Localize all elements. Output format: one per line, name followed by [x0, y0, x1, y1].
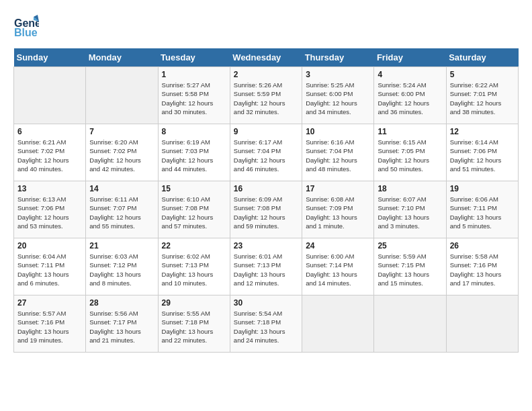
calendar-cell: 13Sunrise: 6:13 AM Sunset: 7:06 PM Dayli…	[14, 181, 86, 238]
logo: General Blue	[13, 13, 43, 42]
day-info: Sunrise: 6:01 AM Sunset: 7:13 PM Dayligh…	[234, 252, 298, 287]
calendar-cell: 23Sunrise: 6:01 AM Sunset: 7:13 PM Dayli…	[230, 238, 302, 295]
week-row-1: 1Sunrise: 5:27 AM Sunset: 5:58 PM Daylig…	[14, 67, 519, 124]
day-info: Sunrise: 6:07 AM Sunset: 7:10 PM Dayligh…	[378, 195, 442, 230]
day-number: 24	[306, 241, 370, 250]
day-info: Sunrise: 5:25 AM Sunset: 6:00 PM Dayligh…	[306, 81, 370, 116]
calendar-cell	[86, 67, 158, 124]
week-row-3: 13Sunrise: 6:13 AM Sunset: 7:06 PM Dayli…	[14, 181, 519, 238]
calendar-cell: 15Sunrise: 6:10 AM Sunset: 7:08 PM Dayli…	[158, 181, 230, 238]
day-info: Sunrise: 6:04 AM Sunset: 7:11 PM Dayligh…	[17, 252, 82, 287]
calendar-cell: 26Sunrise: 5:58 AM Sunset: 7:16 PM Dayli…	[446, 238, 518, 295]
day-info: Sunrise: 6:11 AM Sunset: 7:07 PM Dayligh…	[89, 195, 154, 230]
day-info: Sunrise: 5:27 AM Sunset: 5:58 PM Dayligh…	[162, 81, 226, 116]
page-header: General Blue	[13, 13, 519, 42]
calendar-cell	[374, 295, 446, 353]
day-number: 22	[162, 241, 226, 250]
day-info: Sunrise: 6:14 AM Sunset: 7:06 PM Dayligh…	[450, 138, 515, 173]
week-row-5: 27Sunrise: 5:57 AM Sunset: 7:16 PM Dayli…	[14, 295, 519, 353]
svg-text:Blue: Blue	[14, 27, 38, 38]
weekday-thursday: Thursday	[302, 48, 374, 67]
week-row-2: 6Sunrise: 6:21 AM Sunset: 7:02 PM Daylig…	[14, 124, 519, 181]
calendar-cell: 1Sunrise: 5:27 AM Sunset: 5:58 PM Daylig…	[158, 67, 230, 124]
calendar-body: 1Sunrise: 5:27 AM Sunset: 5:58 PM Daylig…	[14, 67, 519, 353]
day-number: 25	[378, 241, 442, 250]
calendar-cell: 14Sunrise: 6:11 AM Sunset: 7:07 PM Dayli…	[86, 181, 158, 238]
calendar-cell: 11Sunrise: 6:15 AM Sunset: 7:05 PM Dayli…	[374, 124, 446, 181]
calendar-cell: 8Sunrise: 6:19 AM Sunset: 7:03 PM Daylig…	[158, 124, 230, 181]
day-info: Sunrise: 5:56 AM Sunset: 7:17 PM Dayligh…	[89, 309, 154, 345]
day-number: 19	[450, 184, 515, 193]
day-number: 23	[234, 241, 298, 250]
day-info: Sunrise: 6:08 AM Sunset: 7:09 PM Dayligh…	[306, 195, 370, 230]
day-number: 2	[234, 70, 298, 79]
weekday-header-row: SundayMondayTuesdayWednesdayThursdayFrid…	[14, 48, 519, 67]
day-info: Sunrise: 6:06 AM Sunset: 7:11 PM Dayligh…	[450, 195, 515, 230]
day-number: 12	[450, 127, 515, 136]
day-number: 21	[89, 241, 154, 250]
day-number: 6	[17, 127, 82, 136]
calendar-cell: 2Sunrise: 5:26 AM Sunset: 5:59 PM Daylig…	[230, 67, 302, 124]
calendar-cell: 24Sunrise: 6:00 AM Sunset: 7:14 PM Dayli…	[302, 238, 374, 295]
day-number: 7	[89, 127, 154, 136]
day-info: Sunrise: 6:10 AM Sunset: 7:08 PM Dayligh…	[162, 195, 226, 230]
day-number: 28	[89, 298, 154, 308]
calendar-cell	[302, 295, 374, 353]
calendar-cell: 29Sunrise: 5:55 AM Sunset: 7:18 PM Dayli…	[158, 295, 230, 353]
day-number: 3	[306, 70, 370, 79]
day-info: Sunrise: 5:59 AM Sunset: 7:15 PM Dayligh…	[378, 252, 442, 287]
day-info: Sunrise: 5:26 AM Sunset: 5:59 PM Dayligh…	[234, 81, 298, 116]
day-info: Sunrise: 6:13 AM Sunset: 7:06 PM Dayligh…	[17, 195, 82, 230]
day-info: Sunrise: 6:21 AM Sunset: 7:02 PM Dayligh…	[17, 138, 82, 173]
calendar-cell: 5Sunrise: 6:22 AM Sunset: 7:01 PM Daylig…	[446, 67, 518, 124]
weekday-friday: Friday	[374, 48, 446, 67]
calendar-cell: 28Sunrise: 5:56 AM Sunset: 7:17 PM Dayli…	[86, 295, 158, 353]
calendar-cell: 21Sunrise: 6:03 AM Sunset: 7:12 PM Dayli…	[86, 238, 158, 295]
calendar-cell: 22Sunrise: 6:02 AM Sunset: 7:13 PM Dayli…	[158, 238, 230, 295]
day-info: Sunrise: 6:00 AM Sunset: 7:14 PM Dayligh…	[306, 252, 370, 287]
calendar-cell: 9Sunrise: 6:17 AM Sunset: 7:04 PM Daylig…	[230, 124, 302, 181]
day-info: Sunrise: 6:19 AM Sunset: 7:03 PM Dayligh…	[162, 138, 226, 173]
day-info: Sunrise: 6:15 AM Sunset: 7:05 PM Dayligh…	[378, 138, 442, 173]
calendar-cell: 10Sunrise: 6:16 AM Sunset: 7:04 PM Dayli…	[302, 124, 374, 181]
calendar-header: SundayMondayTuesdayWednesdayThursdayFrid…	[14, 48, 519, 67]
day-info: Sunrise: 5:24 AM Sunset: 6:00 PM Dayligh…	[378, 81, 442, 116]
calendar-cell: 7Sunrise: 6:20 AM Sunset: 7:02 PM Daylig…	[86, 124, 158, 181]
day-number: 5	[450, 70, 515, 79]
calendar-cell: 16Sunrise: 6:09 AM Sunset: 7:08 PM Dayli…	[230, 181, 302, 238]
logo-icon: General Blue	[13, 13, 39, 42]
week-row-4: 20Sunrise: 6:04 AM Sunset: 7:11 PM Dayli…	[14, 238, 519, 295]
calendar-cell: 3Sunrise: 5:25 AM Sunset: 6:00 PM Daylig…	[302, 67, 374, 124]
day-info: Sunrise: 6:16 AM Sunset: 7:04 PM Dayligh…	[306, 138, 370, 173]
day-info: Sunrise: 6:17 AM Sunset: 7:04 PM Dayligh…	[234, 138, 298, 173]
calendar-cell: 17Sunrise: 6:08 AM Sunset: 7:09 PM Dayli…	[302, 181, 374, 238]
calendar-cell	[446, 295, 518, 353]
day-number: 26	[450, 241, 515, 250]
day-number: 29	[162, 298, 226, 308]
day-number: 20	[17, 241, 82, 250]
day-number: 18	[378, 184, 442, 193]
day-number: 8	[162, 127, 226, 136]
day-info: Sunrise: 6:20 AM Sunset: 7:02 PM Dayligh…	[89, 138, 154, 173]
day-number: 9	[234, 127, 298, 136]
calendar-cell: 20Sunrise: 6:04 AM Sunset: 7:11 PM Dayli…	[14, 238, 86, 295]
day-info: Sunrise: 6:22 AM Sunset: 7:01 PM Dayligh…	[450, 81, 515, 116]
day-info: Sunrise: 5:54 AM Sunset: 7:18 PM Dayligh…	[234, 309, 298, 345]
day-number: 15	[162, 184, 226, 193]
day-info: Sunrise: 5:55 AM Sunset: 7:18 PM Dayligh…	[162, 309, 226, 345]
day-info: Sunrise: 6:02 AM Sunset: 7:13 PM Dayligh…	[162, 252, 226, 287]
weekday-monday: Monday	[86, 48, 158, 67]
weekday-tuesday: Tuesday	[158, 48, 230, 67]
calendar-table: SundayMondayTuesdayWednesdayThursdayFrid…	[13, 48, 519, 353]
day-info: Sunrise: 5:58 AM Sunset: 7:16 PM Dayligh…	[450, 252, 515, 287]
day-info: Sunrise: 6:09 AM Sunset: 7:08 PM Dayligh…	[234, 195, 298, 230]
day-number: 1	[162, 70, 226, 79]
weekday-sunday: Sunday	[14, 48, 86, 67]
day-number: 17	[306, 184, 370, 193]
day-number: 27	[17, 298, 82, 308]
calendar-cell: 18Sunrise: 6:07 AM Sunset: 7:10 PM Dayli…	[374, 181, 446, 238]
day-number: 10	[306, 127, 370, 136]
calendar-cell: 30Sunrise: 5:54 AM Sunset: 7:18 PM Dayli…	[230, 295, 302, 353]
day-number: 16	[234, 184, 298, 193]
day-number: 11	[378, 127, 442, 136]
